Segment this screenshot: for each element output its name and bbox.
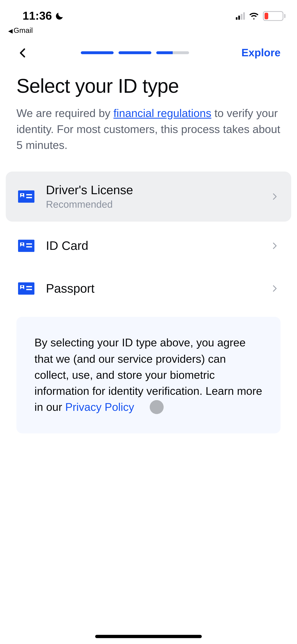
option-title: Passport <box>46 282 259 296</box>
page-title: Select your ID type <box>0 67 297 102</box>
svg-rect-9 <box>26 246 32 248</box>
option-text: ID Card <box>46 239 259 253</box>
financial-regulations-link[interactable]: financial regulations <box>113 107 211 119</box>
svg-rect-13 <box>26 286 32 288</box>
battery-icon: 17 <box>263 11 286 21</box>
svg-point-7 <box>21 243 23 245</box>
page-subtitle: We are required by financial regulations… <box>0 102 297 166</box>
progress-step-2 <box>119 51 151 54</box>
svg-point-12 <box>21 286 23 288</box>
id-card-icon <box>18 240 34 252</box>
explore-link[interactable]: Explore <box>241 46 281 59</box>
return-caret-icon: ◀ <box>8 27 13 34</box>
cell-signal-icon <box>236 12 245 20</box>
privacy-policy-link[interactable]: Privacy Policy <box>65 401 134 413</box>
option-text: Passport <box>46 282 259 296</box>
option-title: Driver's License <box>46 183 259 197</box>
option-subtitle: Recommended <box>46 199 259 210</box>
progress-indicator <box>81 51 189 54</box>
option-text: Driver's License Recommended <box>46 183 259 210</box>
svg-rect-14 <box>26 289 32 290</box>
return-app-name: Gmail <box>13 26 33 35</box>
home-indicator[interactable] <box>95 635 202 638</box>
wifi-icon <box>249 12 259 20</box>
svg-rect-3 <box>26 194 32 196</box>
battery-level: 17 <box>264 13 283 19</box>
svg-rect-4 <box>26 197 32 198</box>
option-drivers-license[interactable]: Driver's License Recommended <box>6 172 291 222</box>
status-bar: 11:36 17 <box>0 0 297 25</box>
option-id-card[interactable]: ID Card <box>6 228 291 264</box>
touch-indicator-icon <box>150 400 164 414</box>
status-time: 11:36 <box>23 10 52 23</box>
id-card-icon <box>18 190 34 203</box>
chevron-right-icon <box>271 284 279 293</box>
chevron-right-icon <box>271 192 279 201</box>
progress-step-1 <box>81 51 114 54</box>
biometric-disclosure: By selecting your ID type above, you agr… <box>16 317 281 433</box>
option-title: ID Card <box>46 239 259 253</box>
return-to-app[interactable]: ◀ Gmail <box>0 25 297 39</box>
id-card-icon <box>18 282 34 295</box>
subtitle-pre: We are required by <box>16 107 113 119</box>
phone-screen: 11:36 17 ◀ Gmail <box>0 0 297 644</box>
progress-step-3 <box>156 51 189 54</box>
chevron-right-icon <box>271 242 279 250</box>
status-right: 17 <box>236 11 286 21</box>
status-time-group: 11:36 <box>23 10 64 23</box>
nav-row: Explore <box>0 39 297 67</box>
back-button[interactable] <box>17 47 29 58</box>
option-passport[interactable]: Passport <box>6 270 291 307</box>
svg-rect-8 <box>26 244 32 245</box>
moon-icon <box>54 11 64 21</box>
svg-point-2 <box>21 194 23 196</box>
